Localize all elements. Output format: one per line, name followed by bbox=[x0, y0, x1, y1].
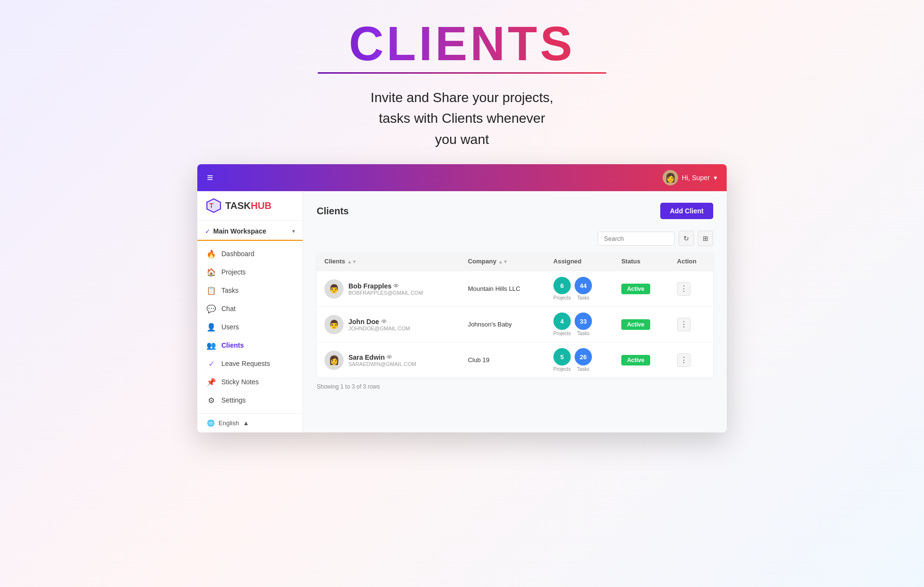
sidebar: T TASKHUB ✓ Main Workspace ▾ 🔥 Dashboard bbox=[197, 191, 303, 432]
sidebar-item-label-settings: Settings bbox=[221, 396, 293, 404]
action-button-2[interactable]: ⋮ bbox=[677, 353, 691, 367]
add-client-button[interactable]: Add Client bbox=[660, 203, 713, 219]
logo-icon: T bbox=[205, 197, 222, 214]
user-greeting: Hi, Super bbox=[682, 174, 710, 182]
sidebar-item-tasks[interactable]: 📋 Tasks bbox=[197, 281, 303, 300]
language-icon: 🌐 bbox=[207, 419, 215, 427]
sidebar-item-sticky-notes[interactable]: 📌 Sticky Notes bbox=[197, 373, 303, 391]
table-controls: ↻ ⊞ bbox=[317, 231, 713, 246]
main-layout: T TASKHUB ✓ Main Workspace ▾ 🔥 Dashboard bbox=[197, 191, 727, 432]
hamburger-icon[interactable]: ≡ bbox=[207, 171, 213, 184]
sidebar-language[interactable]: 🌐 English ▲ bbox=[197, 413, 303, 432]
hero-divider bbox=[318, 72, 606, 74]
table-footer: Showing 1 to 3 of 3 rows bbox=[317, 383, 713, 390]
search-wrap bbox=[598, 232, 675, 246]
hero-subtitle: Invite and Share your projects, tasks wi… bbox=[245, 87, 679, 150]
view-toggle-button[interactable]: ⊞ bbox=[698, 231, 713, 246]
status-cell-2: Active bbox=[614, 342, 669, 378]
dashboard-icon: 🔥 bbox=[207, 249, 216, 258]
col-header-action: Action bbox=[669, 252, 713, 271]
status-badge-0: Active bbox=[621, 284, 650, 294]
table-header-row: Clients▲▼Company▲▼AssignedStatusAction bbox=[317, 252, 713, 271]
sidebar-item-settings[interactable]: ⚙ Settings bbox=[197, 391, 303, 409]
action-cell-0: ⋮ bbox=[669, 271, 713, 307]
svg-marker-0 bbox=[206, 198, 221, 213]
action-cell-1: ⋮ bbox=[669, 307, 713, 342]
clients-table: Clients▲▼Company▲▼AssignedStatusAction 👨… bbox=[317, 252, 713, 378]
company-cell-1: Johnson's Baby bbox=[460, 307, 546, 342]
client-cell-2: 👩 Sara Edwin 👁 SARAEDWIN@GMAIL.COM bbox=[317, 342, 460, 378]
table-row: 👨 Bob Frapples 👁 BOBFRAPPLES@GMAIL.COM M… bbox=[317, 271, 713, 307]
chat-icon: 💬 bbox=[207, 304, 216, 313]
sidebar-item-label-tasks: Tasks bbox=[221, 287, 293, 294]
col-header-client[interactable]: Clients▲▼ bbox=[317, 252, 460, 271]
table-row: 👩 Sara Edwin 👁 SARAEDWIN@GMAIL.COM Club … bbox=[317, 342, 713, 378]
svg-text:T: T bbox=[209, 202, 214, 209]
assigned-cell-2: 5 Projects 26 Tasks bbox=[546, 342, 614, 378]
assigned-cell-0: 6 Projects 44 Tasks bbox=[546, 271, 614, 307]
sidebar-item-label-chat: Chat bbox=[221, 305, 293, 313]
company-cell-0: Mountain Hills LLC bbox=[460, 271, 546, 307]
logo-area: T TASKHUB bbox=[197, 191, 303, 221]
client-avatar-1: 👨 bbox=[324, 315, 344, 334]
content-header: Clients Add Client bbox=[317, 203, 713, 219]
client-avatar-2: 👩 bbox=[324, 351, 344, 370]
sidebar-item-label-leave-requests: Leave Requests bbox=[221, 360, 293, 367]
client-email-2: SARAEDWIN@GMAIL.COM bbox=[348, 361, 416, 367]
sticky-notes-icon: 📌 bbox=[207, 378, 216, 386]
tasks-badge-0: 44 bbox=[575, 277, 592, 294]
nav-items: 🔥 Dashboard 🏠 Projects 📋 Tasks 💬 Chat 👤 … bbox=[197, 241, 303, 413]
col-header-company[interactable]: Company▲▼ bbox=[460, 252, 546, 271]
workspace-selector[interactable]: ✓ Main Workspace ▾ bbox=[197, 221, 303, 241]
projects-badge-0: 6 bbox=[553, 277, 571, 294]
client-email-0: BOBFRAPPLES@GMAIL.COM bbox=[348, 290, 423, 296]
client-email-1: JOHNDOE@GMAIL.COM bbox=[348, 326, 410, 331]
tasks-badge-1: 33 bbox=[575, 313, 592, 330]
sidebar-item-users[interactable]: 👤 Users bbox=[197, 318, 303, 336]
app-window: ≡ 👩 Hi, Super ▾ T TASKHUB bbox=[197, 164, 727, 432]
top-bar: ≡ 👩 Hi, Super ▾ bbox=[197, 164, 727, 191]
sidebar-item-chat[interactable]: 💬 Chat bbox=[197, 300, 303, 318]
status-badge-1: Active bbox=[621, 319, 650, 330]
projects-badge-2: 5 bbox=[553, 348, 571, 365]
company-cell-2: Club 19 bbox=[460, 342, 546, 378]
status-cell-1: Active bbox=[614, 307, 669, 342]
sidebar-item-leave-requests[interactable]: ✓ Leave Requests bbox=[197, 354, 303, 373]
action-button-0[interactable]: ⋮ bbox=[677, 282, 691, 296]
client-name-1: John Doe 👁 bbox=[348, 318, 410, 326]
page-title: Clients bbox=[317, 206, 349, 217]
hero-section: CLIENTS Invite and Share your projects, … bbox=[245, 19, 679, 150]
table-row: 👨 John Doe 👁 JOHNDOE@GMAIL.COM Johnson's… bbox=[317, 307, 713, 342]
sidebar-item-dashboard[interactable]: 🔥 Dashboard bbox=[197, 245, 303, 263]
workspace-check-icon: ✓ bbox=[205, 228, 210, 235]
user-avatar: 👩 bbox=[663, 170, 678, 185]
status-badge-2: Active bbox=[621, 355, 650, 365]
client-avatar-0: 👨 bbox=[324, 279, 344, 299]
workspace-left: ✓ Main Workspace bbox=[205, 227, 266, 235]
language-arrow-icon: ▲ bbox=[243, 419, 249, 427]
action-button-1[interactable]: ⋮ bbox=[677, 318, 691, 331]
workspace-arrow-icon: ▾ bbox=[292, 228, 295, 235]
clients-icon: 👥 bbox=[207, 341, 216, 350]
user-dropdown-icon[interactable]: ▾ bbox=[714, 174, 717, 182]
refresh-button[interactable]: ↻ bbox=[679, 231, 694, 246]
hero-title: CLIENTS bbox=[245, 19, 679, 67]
language-label: English bbox=[218, 419, 239, 427]
sidebar-item-projects[interactable]: 🏠 Projects bbox=[197, 263, 303, 281]
status-cell-0: Active bbox=[614, 271, 669, 307]
search-input[interactable] bbox=[598, 232, 675, 246]
eye-icon-2: 👁 bbox=[386, 354, 392, 361]
table-head: Clients▲▼Company▲▼AssignedStatusAction bbox=[317, 252, 713, 271]
top-bar-user[interactable]: 👩 Hi, Super ▾ bbox=[663, 170, 717, 185]
sidebar-item-label-projects: Projects bbox=[221, 268, 293, 276]
client-name-2: Sara Edwin 👁 bbox=[348, 353, 416, 361]
col-header-status: Status bbox=[614, 252, 669, 271]
projects-badge-1: 4 bbox=[553, 313, 571, 330]
sidebar-item-label-sticky-notes: Sticky Notes bbox=[221, 378, 293, 386]
sidebar-item-label-clients: Clients bbox=[221, 341, 293, 349]
logo-text: TASKHUB bbox=[225, 200, 271, 211]
sidebar-item-label-dashboard: Dashboard bbox=[221, 250, 293, 258]
leave-requests-icon: ✓ bbox=[207, 359, 216, 368]
sidebar-item-clients[interactable]: 👥 Clients bbox=[197, 336, 303, 354]
eye-icon-1: 👁 bbox=[381, 318, 387, 325]
